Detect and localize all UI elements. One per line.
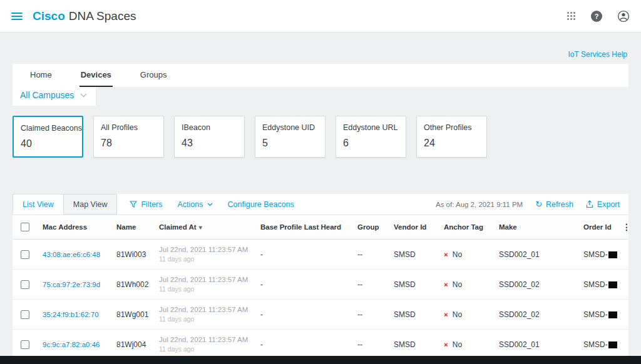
card-value: 40 [21,138,75,149]
as-of-timestamp: As of: Aug 2, 2021 9:11 PM [436,201,523,208]
col-label: Vendor Id [394,223,426,231]
nav-tabs: Home Devices Groups [13,64,628,87]
actions-dropdown[interactable]: Actions [178,200,213,209]
tab-home[interactable]: Home [29,64,53,87]
table-toolbar: List View Map View Filters Actions Confi… [13,194,628,215]
claimed-ago: 11 days ago [159,345,250,353]
user-avatar-icon[interactable] [617,10,630,23]
brand-product: DNA Spaces [69,9,136,23]
card-value: 5 [262,138,318,149]
refresh-icon: ↻ [535,200,542,208]
card-label: Claimed Beacons [21,124,75,133]
col-label: Order Id [583,223,612,231]
card-other-profiles[interactable]: Other Profiles 24 [416,116,487,158]
card-label: Other Profiles [424,123,479,132]
make-value: SSD002_01 [499,250,540,259]
refresh-label: Refresh [546,200,573,209]
cross-icon: × [444,251,448,258]
mac-address-link[interactable]: 35:24:f9:b1:62:70 [43,311,99,318]
anchor-tag-value: No [453,250,462,259]
brand-cisco: Cisco [33,9,65,23]
vendor-id-value: SMSD [394,340,416,349]
export-button[interactable]: Export [586,200,620,209]
card-ibeacon[interactable]: IBeacon 43 [174,116,245,158]
map-view-tab[interactable]: Map View [64,194,118,215]
row-checkbox[interactable] [21,250,29,259]
card-all-profiles[interactable]: All Profiles 78 [93,116,164,158]
card-label: All Profiles [101,123,156,132]
export-icon [586,200,593,208]
tab-devices[interactable]: Devices [79,64,113,87]
list-view-tab[interactable]: List View [13,194,64,215]
footer-bar [0,356,641,364]
claimed-date: Jul 22nd, 2021 11:23:57 AM [159,246,250,253]
help-icon[interactable]: ? [591,11,602,22]
sort-caret-icon: ▾ [199,224,202,231]
help-link-row: IoT Services Help [0,33,641,61]
cross-icon: × [444,341,448,348]
vendor-id-value: SMSD [394,280,416,289]
col-label: Make [499,223,517,231]
table-header-row: Mac Address Name Claimed At▾ Base Profil… [13,215,628,240]
filter-funnel-icon [130,201,137,208]
hamburger-menu-icon[interactable] [11,11,23,22]
col-label: Claimed At [159,223,197,231]
card-value: 78 [101,138,156,149]
apps-grid-icon[interactable] [567,11,576,21]
devices-table: Mac Address Name Claimed At▾ Base Profil… [13,215,628,360]
tab-home-label: Home [30,70,52,79]
card-eddystone-url[interactable]: Eddystone URL 6 [336,116,406,158]
col-group: Group [352,215,389,240]
group-value: -- [357,340,362,349]
mac-address-link[interactable]: 43:08:ae:e6:c6:48 [43,251,100,258]
row-checkbox[interactable] [21,340,29,349]
card-label: Eddystone URL [343,123,399,132]
col-label: Anchor Tag [444,223,483,231]
refresh-button[interactable]: ↻ Refresh [535,200,573,209]
tab-devices-label: Devices [81,70,111,79]
actions-label: Actions [178,200,203,209]
col-claimed-at[interactable]: Claimed At▾ [154,215,255,240]
row-checkbox[interactable] [21,310,29,319]
base-profile-value: - [260,280,263,289]
iot-services-help-link[interactable]: IoT Services Help [568,50,627,59]
select-all-checkbox[interactable] [21,223,29,231]
claimed-date: Jul 22nd, 2021 11:23:57 AM [159,336,250,343]
group-value: -- [357,250,362,259]
device-name: 81Wj004 [116,340,146,349]
col-label: Name [116,223,136,231]
mac-address-link[interactable]: 75:ca:97:2e:73:9d [43,281,100,288]
card-value: 43 [182,138,237,149]
table-row: 35:24:f9:b1:62:70 81Wg001 Jul 22nd, 2021… [13,300,628,330]
campus-dropdown[interactable]: All Campuses [13,87,96,106]
configure-beacons-label: Configure Beacons [228,200,294,209]
card-value: 24 [424,138,479,149]
col-order-id: Order Id [578,215,617,240]
tab-groups[interactable]: Groups [139,64,168,87]
anchor-tag-value: No [453,280,462,289]
filters-label: Filters [141,200,162,209]
configure-beacons-button[interactable]: Configure Beacons [228,200,294,209]
top-bar: Cisco DNA Spaces ? [0,0,641,33]
card-eddystone-uid[interactable]: Eddystone UID 5 [255,116,326,158]
filters-button[interactable]: Filters [130,200,162,209]
list-view-label: List View [23,200,54,209]
chevron-down-icon [80,93,87,98]
cross-icon: × [444,281,448,288]
tab-groups-label: Groups [140,70,167,79]
devices-table-panel: Mac Address Name Claimed At▾ Base Profil… [13,215,628,360]
col-base-profile-last-heard: Base Profile Last Heard [255,215,352,240]
mac-address-link[interactable]: 9c:9c:a7:82:a0:46 [43,341,100,348]
redacted-order-id [608,341,617,348]
order-id-value: SMSD- [583,250,608,259]
card-claimed-beacons[interactable]: Claimed Beacons 40 [13,116,83,158]
row-checkbox[interactable] [21,280,29,289]
map-view-label: Map View [73,200,108,209]
chevron-down-icon [207,203,213,206]
card-value: 6 [343,138,399,149]
column-settings-kebab-icon[interactable]: ⋮ [622,222,628,232]
order-id-value: SMSD- [583,340,608,349]
device-name: 81Wg001 [116,310,148,319]
vendor-id-value: SMSD [394,250,416,259]
make-value: SSD002_02 [499,310,540,319]
